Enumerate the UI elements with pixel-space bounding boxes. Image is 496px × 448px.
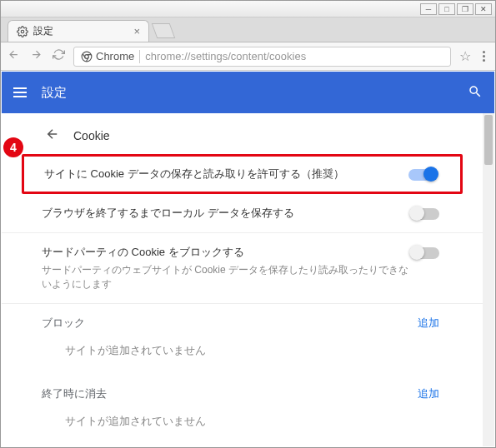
tab-strip: 設定 × [1, 17, 495, 42]
clear-on-exit-section: 終了時に消去 追加 サイトが追加されていません [2, 375, 483, 446]
block-list-add-button[interactable]: 追加 [418, 316, 439, 331]
window-close-button[interactable]: ✕ [475, 3, 492, 15]
page-content: 設定 Cookie サイトに Cookie データの保存と読み取りを許可する（推… [2, 72, 494, 446]
setting-label: ブラウザを終了するまでローカル データを保存する [42, 206, 411, 221]
window-minimize-button[interactable]: ─ [420, 3, 437, 15]
toggle-allow-cookies[interactable] [408, 169, 437, 181]
window-restoredown-button[interactable]: ❐ [457, 3, 473, 15]
window-frame: ─ □ ❐ ✕ 設定 × Chrome chrome://settings/co… [0, 0, 496, 448]
nav-icons [8, 48, 65, 64]
chrome-label: Chrome [96, 50, 134, 62]
block-list-label: ブロック [42, 316, 418, 331]
chrome-icon: Chrome [81, 50, 134, 62]
bookmark-star-icon[interactable]: ☆ [459, 48, 471, 64]
clear-on-exit-label: 終了時に消去 [42, 386, 418, 401]
window-maximize-button[interactable]: □ [438, 3, 455, 15]
block-list-empty: サイトが追加されていません [42, 331, 439, 371]
settings-body: Cookie サイトに Cookie データの保存と読み取りを許可する（推奨） … [2, 113, 494, 446]
setting-allow-cookies: サイトに Cookie データの保存と読み取りを許可する（推奨） [24, 157, 460, 192]
svg-point-0 [21, 30, 24, 33]
url-divider [139, 50, 140, 63]
hamburger-icon[interactable] [13, 87, 27, 97]
browser-toolbar: Chrome chrome://settings/content/cookies… [1, 42, 495, 71]
reload-button[interactable] [53, 48, 65, 64]
search-icon[interactable] [468, 84, 483, 102]
new-tab-button[interactable] [152, 23, 176, 38]
back-arrow-icon[interactable] [45, 127, 60, 144]
block-list-section: ブロック 追加 サイトが追加されていません [2, 304, 483, 375]
browser-menu-icon[interactable] [479, 51, 488, 62]
highlighted-setting: サイトに Cookie データの保存と読み取りを許可する（推奨） [22, 154, 463, 194]
url-path: chrome://settings/content/cookies [145, 50, 306, 62]
clear-on-exit-empty: サイトが追加されていません [42, 401, 439, 442]
browser-tab[interactable]: 設定 × [8, 20, 149, 42]
back-button[interactable] [8, 48, 20, 64]
allow-list-section: 許可 追加 サイトが追加されていません [2, 446, 483, 446]
toggle-keep-until-close[interactable] [411, 208, 439, 220]
setting-keep-until-close: ブラウザを終了するまでローカル データを保存する [2, 194, 483, 233]
setting-sublabel: サードパーティのウェブサイトが Cookie データを保存したり読み取ったりでき… [42, 263, 411, 291]
window-titlebar: ─ □ ❐ ✕ [1, 1, 495, 17]
section-title: Cookie [73, 129, 110, 142]
settings-title: 設定 [42, 85, 67, 101]
annotation-badge-4: 4 [3, 137, 23, 157]
section-header: Cookie [2, 113, 483, 154]
gear-icon [17, 26, 28, 37]
tab-title: 設定 [33, 24, 128, 38]
setting-label: サイトに Cookie データの保存と読み取りを許可する（推奨） [44, 167, 408, 182]
url-box[interactable]: Chrome chrome://settings/content/cookies [73, 47, 451, 67]
setting-label: サードパーティの Cookie をブロックする [42, 245, 411, 260]
tab-close-icon[interactable]: × [133, 25, 140, 37]
forward-button[interactable] [30, 48, 43, 64]
toggle-block-third-party[interactable] [411, 247, 439, 259]
settings-header: 設定 [2, 72, 494, 113]
setting-block-third-party: サードパーティの Cookie をブロックする サードパーティのウェブサイトが … [2, 233, 483, 304]
clear-on-exit-add-button[interactable]: 追加 [418, 386, 439, 401]
